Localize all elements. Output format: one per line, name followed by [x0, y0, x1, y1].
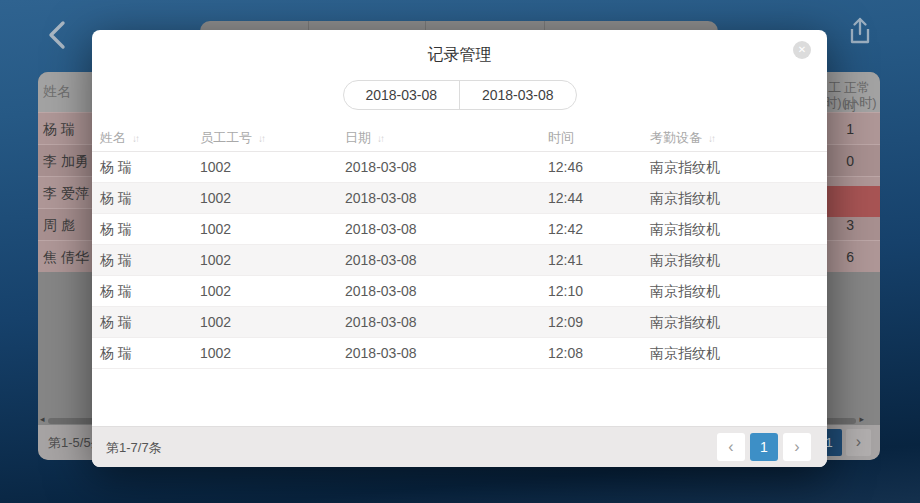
- cell-date: 2018-03-08: [345, 245, 548, 276]
- column-header-name: 姓名: [43, 83, 71, 101]
- cell-name: 杨 瑞: [100, 152, 200, 183]
- cell-name: 杨 瑞: [100, 276, 200, 307]
- cell-date: 2018-03-08: [345, 183, 548, 214]
- sort-icon[interactable]: ↓↑: [258, 133, 264, 144]
- sort-icon[interactable]: ↓↑: [708, 133, 714, 144]
- cell-name: 杨 瑞: [100, 307, 200, 338]
- table-row: 杨 瑞 1002 2018-03-08 12:42 南京指纹机: [92, 214, 827, 245]
- column-header-date: 日期↓↑: [345, 123, 548, 153]
- cell-device: 南京指纹机: [650, 152, 827, 183]
- records-table-header: 姓名↓↑ 员工工号↓↑ 日期↓↑ 时间 考勤设备↓↑: [92, 123, 827, 152]
- table-row: 杨 瑞 1002 2018-03-08 12:44 南京指纹机: [92, 183, 827, 214]
- employee-name: 周 彪: [43, 209, 75, 241]
- cell-device: 南京指纹机: [650, 338, 827, 369]
- cell-device: 南京指纹机: [650, 214, 827, 245]
- table-row: 杨 瑞 1002 2018-03-08 12:10 南京指纹机: [92, 276, 827, 307]
- employee-name: 李 爱萍: [43, 177, 89, 209]
- cell-time: 12:42: [548, 214, 650, 245]
- employee-name: 李 加勇: [43, 145, 89, 177]
- cell-device: 南京指纹机: [650, 245, 827, 276]
- records-table-body: 杨 瑞 1002 2018-03-08 12:46 南京指纹机 杨 瑞 1002…: [92, 152, 827, 369]
- background-next-page-button[interactable]: ›: [846, 429, 871, 456]
- column-header-device: 考勤设备↓↑: [650, 123, 827, 153]
- cell-time: 12:09: [548, 307, 650, 338]
- table-row: 杨 瑞 1002 2018-03-08 12:09 南京指纹机: [92, 307, 827, 338]
- records-table: 姓名↓↑ 员工工号↓↑ 日期↓↑ 时间 考勤设备↓↑ 杨 瑞 1002 2018…: [92, 123, 827, 369]
- table-row: 杨 瑞 1002 2018-03-08 12:08 南京指纹机: [92, 338, 827, 369]
- cell-name: 杨 瑞: [100, 338, 200, 369]
- date-range-picker: 2018-03-08 2018-03-08: [343, 80, 577, 110]
- cell-employee-id: 1002: [200, 183, 345, 214]
- cell-device: 南京指纹机: [650, 183, 827, 214]
- next-page-button[interactable]: ›: [783, 433, 811, 461]
- column-header-employee-id: 员工工号↓↑: [200, 123, 345, 153]
- cell-employee-id: 1002: [200, 276, 345, 307]
- cell-date: 2018-03-08: [345, 276, 548, 307]
- cell-device: 南京指纹机: [650, 307, 827, 338]
- scroll-left-icon[interactable]: ◂: [40, 414, 45, 424]
- column-header-name: 姓名↓↑: [100, 123, 200, 153]
- column-header-normal-hours-sub: (小时): [842, 94, 877, 112]
- normal-hours-value: 0: [846, 145, 854, 177]
- normal-hours-value: 1: [846, 113, 854, 145]
- date-from-field[interactable]: 2018-03-08: [344, 81, 461, 109]
- cell-employee-id: 1002: [200, 338, 345, 369]
- normal-hours-value: 6: [846, 241, 854, 273]
- modal-footer: 第1-7/7条 ‹ 1 ›: [92, 426, 827, 467]
- scroll-right-icon[interactable]: ▸: [859, 414, 864, 424]
- table-row: 杨 瑞 1002 2018-03-08 12:46 南京指纹机: [92, 152, 827, 183]
- cell-date: 2018-03-08: [345, 338, 548, 369]
- close-icon[interactable]: ✕: [793, 41, 811, 59]
- cell-time: 12:44: [548, 183, 650, 214]
- prev-page-button[interactable]: ‹: [717, 433, 745, 461]
- cell-name: 杨 瑞: [100, 245, 200, 276]
- cell-date: 2018-03-08: [345, 307, 548, 338]
- chevron-left-icon: [44, 38, 70, 55]
- date-to-field[interactable]: 2018-03-08: [460, 81, 576, 109]
- employee-name: 杨 瑞: [43, 113, 75, 145]
- sort-icon[interactable]: ↓↑: [377, 133, 383, 144]
- cell-employee-id: 1002: [200, 214, 345, 245]
- back-button[interactable]: [44, 18, 70, 52]
- cell-date: 2018-03-08: [345, 152, 548, 183]
- record-management-modal: 记录管理 ✕ 2018-03-08 2018-03-08 姓名↓↑ 员工工号↓↑…: [92, 30, 827, 467]
- cell-name: 杨 瑞: [100, 183, 200, 214]
- cell-time: 12:08: [548, 338, 650, 369]
- cell-time: 12:41: [548, 245, 650, 276]
- pagination: ‹ 1 ›: [717, 433, 811, 461]
- cell-time: 12:10: [548, 276, 650, 307]
- modal-title: 记录管理: [92, 30, 827, 66]
- table-row: 杨 瑞 1002 2018-03-08 12:41 南京指纹机: [92, 245, 827, 276]
- cell-date: 2018-03-08: [345, 214, 548, 245]
- employee-name: 焦 倩华: [43, 241, 89, 273]
- column-header-time: 时间: [548, 123, 650, 153]
- cell-employee-id: 1002: [200, 245, 345, 276]
- sort-icon[interactable]: ↓↑: [132, 133, 138, 144]
- cell-name: 杨 瑞: [100, 214, 200, 245]
- cell-time: 12:46: [548, 152, 650, 183]
- highlighted-red-cell: [820, 186, 880, 217]
- export-button[interactable]: [845, 15, 875, 47]
- cell-device: 南京指纹机: [650, 276, 827, 307]
- cell-employee-id: 1002: [200, 307, 345, 338]
- page-1-button[interactable]: 1: [750, 433, 778, 461]
- record-count: 第1-7/7条: [106, 427, 162, 468]
- cell-employee-id: 1002: [200, 152, 345, 183]
- export-icon: [845, 33, 875, 50]
